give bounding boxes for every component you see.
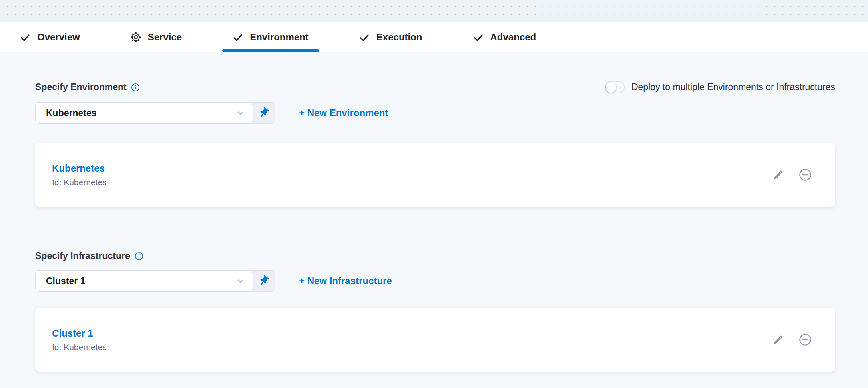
specify-infrastructure-label: Specify Infrastructure (35, 251, 130, 261)
infrastructure-select-row: Cluster 1 + New Infrastructure (35, 270, 835, 292)
tab-overview[interactable]: Overview (10, 22, 90, 52)
environment-select-group: Kubernetes (35, 102, 275, 124)
edit-environment-button[interactable] (773, 169, 784, 180)
tab-service[interactable]: Service (120, 22, 192, 52)
pencil-icon (773, 334, 784, 345)
info-icon[interactable] (135, 252, 143, 261)
minus-circle-icon (798, 333, 812, 346)
chevron-down-icon (236, 276, 245, 286)
environment-card-title[interactable]: Kubernetes (52, 163, 107, 174)
environment-label-row: Specify Environment Deploy to multiple E… (35, 81, 835, 93)
check-icon (233, 32, 243, 42)
tab-advanced[interactable]: Advanced (463, 22, 547, 52)
check-icon (359, 32, 370, 42)
infrastructure-card-text: Cluster 1 Id: Kubernetes (52, 328, 107, 352)
multi-env-toggle-label: Deploy to multiple Environments or Infra… (631, 82, 835, 93)
tab-label: Environment (250, 32, 309, 43)
infrastructure-card: Cluster 1 Id: Kubernetes (35, 308, 835, 372)
info-icon[interactable] (131, 83, 140, 92)
dotted-background-band (0, 0, 868, 22)
tab-label: Service (148, 32, 182, 43)
check-icon (20, 32, 30, 42)
infrastructure-select-value: Cluster 1 (46, 276, 85, 287)
infrastructure-label-row: Specify Infrastructure (35, 251, 835, 261)
environment-pin-button[interactable] (253, 103, 275, 123)
tab-label: Advanced (490, 32, 536, 43)
environment-select-row: Kubernetes + New Environment (35, 102, 835, 124)
pin-icon (258, 275, 270, 287)
tab-environment[interactable]: Environment (222, 22, 319, 52)
check-icon (473, 32, 484, 42)
new-infrastructure-button[interactable]: + New Infrastructure (299, 275, 392, 287)
environment-card-actions (773, 168, 812, 182)
infrastructure-card-actions (773, 333, 812, 346)
multi-env-toggle[interactable] (605, 81, 625, 93)
gear-icon (131, 32, 141, 42)
infrastructure-card-title[interactable]: Cluster 1 (52, 328, 107, 339)
environment-card: Kubernetes Id: Kubernetes (35, 143, 835, 207)
infrastructure-pin-button[interactable] (253, 271, 275, 291)
environment-select[interactable]: Kubernetes (36, 103, 253, 123)
tab-label: Overview (37, 32, 80, 43)
environment-select-value: Kubernetes (46, 108, 97, 119)
environment-card-text: Kubernetes Id: Kubernetes (52, 163, 107, 187)
new-environment-button[interactable]: + New Environment (299, 107, 388, 119)
section-divider (38, 232, 830, 232)
pin-icon (258, 107, 270, 119)
pencil-icon (773, 169, 784, 180)
stage-tabbar: Overview Service Environment Execution A… (0, 22, 868, 52)
infrastructure-select-group: Cluster 1 (35, 270, 275, 292)
remove-infrastructure-button[interactable] (798, 333, 812, 346)
toggle-knob (606, 82, 616, 93)
environment-card-id: Id: Kubernetes (52, 178, 107, 187)
tab-execution[interactable]: Execution (349, 22, 433, 52)
edit-infrastructure-button[interactable] (773, 334, 784, 345)
environment-tab-panel: Specify Environment Deploy to multiple E… (0, 81, 868, 372)
remove-environment-button[interactable] (798, 168, 812, 182)
minus-circle-icon (798, 168, 812, 182)
chevron-down-icon (236, 108, 245, 118)
infrastructure-card-id: Id: Kubernetes (52, 342, 107, 352)
specify-environment-label: Specify Environment (35, 82, 127, 93)
infrastructure-select[interactable]: Cluster 1 (36, 271, 253, 291)
multi-env-toggle-row: Deploy to multiple Environments or Infra… (605, 81, 835, 93)
tab-label: Execution (376, 32, 422, 43)
